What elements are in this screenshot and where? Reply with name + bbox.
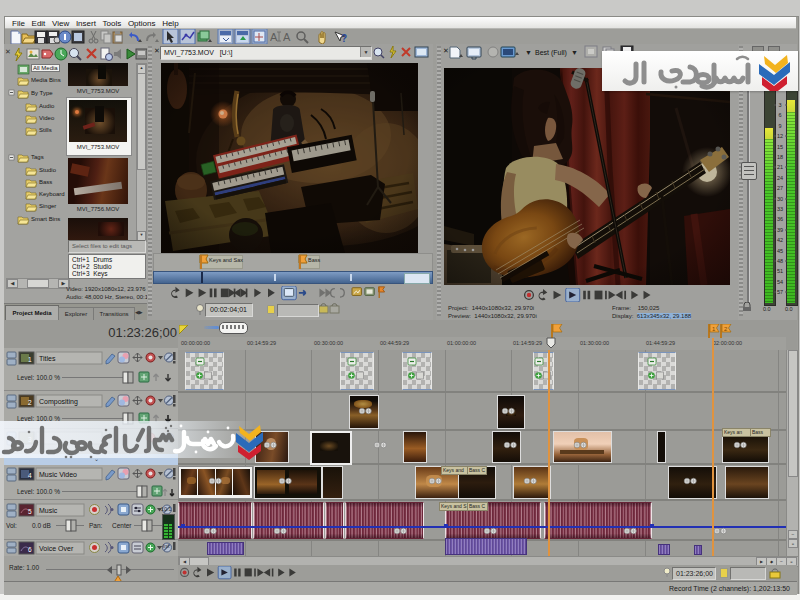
svg-text:▼: ▼ [571, 49, 578, 56]
svg-text:Music: Music [39, 507, 58, 514]
svg-text:?: ? [341, 33, 347, 44]
svg-text:18: 18 [777, 154, 783, 160]
svg-text:6: 6 [778, 112, 781, 118]
svg-text:1: 1 [28, 356, 32, 363]
svg-text:-Inf.: -Inf. [161, 543, 171, 549]
svg-text:Best (Full): Best (Full) [535, 49, 567, 57]
svg-text:A: A [283, 31, 291, 43]
svg-text:Music Video: Music Video [39, 471, 77, 478]
svg-text:57: 57 [777, 289, 783, 295]
svg-text:Compositing: Compositing [39, 398, 78, 406]
svg-text:42: 42 [777, 237, 783, 243]
svg-text:51: 51 [777, 268, 783, 274]
svg-text:▼: ▼ [525, 49, 532, 56]
svg-text:15: 15 [777, 144, 783, 150]
svg-text:Level: 100.0 %: Level: 100.0 % [17, 488, 60, 495]
svg-text:39: 39 [777, 227, 783, 233]
svg-text:12: 12 [777, 133, 783, 139]
svg-text:27: 27 [777, 185, 783, 191]
svg-text:6: 6 [28, 546, 32, 553]
svg-text:-10.1: -10.1 [159, 506, 172, 512]
svg-text:5: 5 [28, 508, 32, 515]
svg-text:✕: ✕ [5, 48, 11, 55]
svg-text:36: 36 [777, 216, 783, 222]
svg-text:3: 3 [778, 102, 781, 108]
svg-text:Pan:: Pan: [89, 522, 103, 529]
svg-text:30: 30 [777, 196, 783, 202]
svg-text:Level: 100.0 %: Level: 100.0 % [17, 374, 60, 381]
svg-text:Voice Over: Voice Over [39, 545, 74, 552]
svg-text:Titles: Titles [39, 355, 56, 362]
svg-text:Vol:: Vol: [6, 522, 17, 529]
svg-text:24: 24 [777, 175, 783, 181]
svg-text:21: 21 [777, 164, 783, 170]
svg-text:A: A [270, 31, 278, 43]
svg-text:Center: Center [112, 522, 132, 529]
svg-text:54: 54 [777, 279, 783, 285]
svg-text:33: 33 [777, 206, 783, 212]
svg-text:0.0 dB: 0.0 dB [32, 522, 51, 529]
svg-text:9: 9 [778, 123, 781, 129]
svg-text:48: 48 [777, 258, 783, 264]
svg-text:45: 45 [777, 248, 783, 254]
svg-text:2: 2 [28, 399, 32, 406]
svg-text:4: 4 [28, 472, 32, 479]
